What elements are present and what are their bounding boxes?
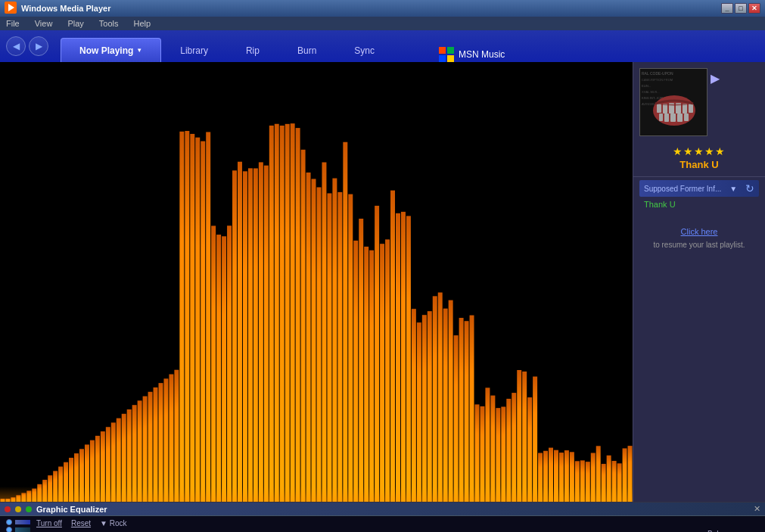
eq-mode-row-2 xyxy=(6,527,30,532)
eq-radio-2[interactable] xyxy=(6,527,12,532)
resume-section: Click here to resume your last playlist. xyxy=(633,221,765,257)
visualizer xyxy=(0,62,633,502)
menu-help[interactable]: Help xyxy=(130,19,154,28)
eq-turnoff-button[interactable]: Turn off xyxy=(36,519,62,527)
playlist-name: Supposed Former Inf... xyxy=(644,185,721,193)
tab-burn[interactable]: Burn xyxy=(278,38,335,62)
svg-rect-2 xyxy=(439,47,446,54)
playlist-dropdown[interactable]: ▼ xyxy=(729,185,737,193)
playlist-section: Supposed Former Inf... ▼ ↻ Thank U xyxy=(633,176,765,215)
album-art: RAL CODE-UPON CASE:RIPTION FROM ELIN... … xyxy=(639,68,707,136)
forward-button[interactable]: ▶ xyxy=(29,36,48,56)
eq-mode-row-1 xyxy=(6,519,30,525)
back-button[interactable]: ◀ xyxy=(6,36,26,56)
close-button[interactable]: ✕ xyxy=(748,3,760,14)
right-panel: RAL CODE-UPON CASE:RIPTION FROM ELIN... … xyxy=(633,62,765,502)
app-title: Windows Media Player xyxy=(21,4,111,13)
minimize-button[interactable]: _ xyxy=(721,3,733,14)
title-bar: Windows Media Player _ □ ✕ xyxy=(0,0,765,17)
tab-now-playing[interactable]: Now Playing ▼ xyxy=(61,38,161,62)
eq-mode-icon-1 xyxy=(15,520,30,524)
eq-title: Graphic Equalizer xyxy=(36,505,749,514)
playlist-refresh[interactable]: ↻ xyxy=(745,182,754,194)
eq-close-button[interactable]: ✕ xyxy=(754,504,760,514)
eq-reset-button[interactable]: Reset xyxy=(71,519,91,527)
eq-preset-label: Rock xyxy=(110,519,127,527)
eq-dot-yellow[interactable] xyxy=(15,506,21,512)
svg-rect-4 xyxy=(439,55,446,62)
tab-sync[interactable]: Sync xyxy=(335,38,393,62)
playlist-header: Supposed Former Inf... ▼ ↻ xyxy=(639,180,759,197)
window-controls: _ □ ✕ xyxy=(721,3,760,14)
eq-radio-1[interactable] xyxy=(6,519,12,525)
eq-dot-red[interactable] xyxy=(5,506,11,512)
menu-view[interactable]: View xyxy=(32,19,56,28)
eq-preset-selector[interactable]: ▼ Rock xyxy=(100,519,126,527)
menu-bar: File View Play Tools Help xyxy=(0,17,765,30)
equalizer: Graphic Equalizer ✕ Turn off Reset xyxy=(0,502,765,532)
visualizer-canvas xyxy=(0,62,633,502)
click-here-link[interactable]: Click here xyxy=(681,227,718,236)
eq-mode-buttons xyxy=(6,519,30,532)
album-art-container: RAL CODE-UPON CASE:RIPTION FROM ELIN... … xyxy=(633,62,765,142)
eq-dot-green[interactable] xyxy=(26,506,32,512)
app-icon xyxy=(5,2,17,15)
eq-mode-icon-2 xyxy=(15,527,30,532)
star-rating[interactable]: ★★★★★ xyxy=(639,145,759,157)
resume-text: to resume your last playlist. xyxy=(639,239,759,250)
track-title-display: Thank U xyxy=(639,159,759,170)
eq-controls-row: Turn off Reset ▼ Rock xyxy=(36,519,759,527)
current-track-label: Thank U xyxy=(639,197,759,212)
track-info: ★★★★★ Thank U xyxy=(633,142,765,173)
next-arrow[interactable]: ▶ xyxy=(711,68,720,86)
svg-rect-26 xyxy=(640,69,707,136)
tab-msn-music[interactable]: MSN Music xyxy=(439,47,505,62)
menu-file[interactable]: File xyxy=(3,19,23,28)
eq-header: Graphic Equalizer ✕ xyxy=(0,502,765,516)
maximize-button[interactable]: □ xyxy=(735,3,747,14)
nav-tabs: Now Playing ▼ Library Rip Burn Sync MSN … xyxy=(61,30,505,62)
tab-rip[interactable]: Rip xyxy=(227,38,278,62)
svg-rect-3 xyxy=(447,47,454,54)
nav-bar: ◀ ▶ Now Playing ▼ Library Rip Burn Sync … xyxy=(0,30,765,62)
menu-play[interactable]: Play xyxy=(64,19,86,28)
tab-library[interactable]: Library xyxy=(161,38,227,62)
menu-tools[interactable]: Tools xyxy=(96,19,122,28)
album-art-svg: RAL CODE-UPON CASE:RIPTION FROM ELIN... … xyxy=(640,69,707,136)
main-content: RAL CODE-UPON CASE:RIPTION FROM ELIN... … xyxy=(0,62,765,502)
svg-rect-5 xyxy=(447,55,454,62)
